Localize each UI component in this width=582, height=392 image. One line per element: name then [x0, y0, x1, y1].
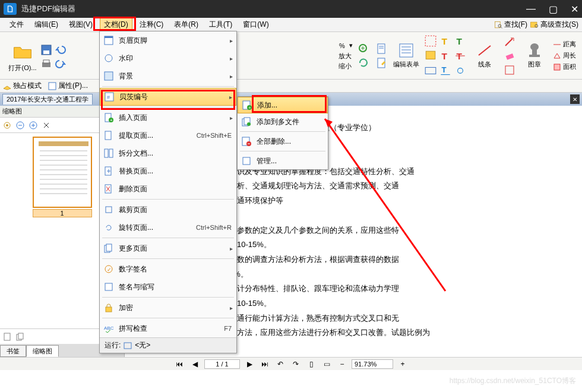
link-icon[interactable] — [454, 64, 467, 77]
menu-bates-number[interactable]: #贝茨编号▸ — [100, 88, 236, 106]
eraser-icon[interactable] — [504, 50, 515, 62]
gear-icon[interactable] — [2, 121, 12, 130]
menu-bar: 文件 编辑(E) 视图(V) 文档(D) 注释(C) 表单(R) 工具(T) 窗… — [0, 18, 582, 32]
zoom-percent-dropdown[interactable]: %▾ — [339, 41, 353, 50]
page-thumbnail[interactable]: 1 — [33, 137, 92, 217]
forward-button[interactable]: ↷ — [290, 358, 302, 370]
menu-replace-page[interactable]: 替换页面... — [100, 162, 236, 180]
distance-tool[interactable]: 距离 — [552, 40, 576, 49]
zoom-in-icon[interactable] — [29, 121, 38, 130]
menu-spellcheck[interactable]: ABC拼写检查F7 — [100, 320, 236, 337]
menu-digital-sign[interactable]: ✓数字签名 — [100, 260, 236, 278]
strike-icon[interactable]: T — [454, 49, 467, 62]
note-icon[interactable] — [424, 49, 437, 62]
svg-rect-85 — [105, 283, 112, 290]
svg-line-2 — [501, 27, 502, 28]
submenu-add-multi[interactable]: 添加到多文件 — [238, 113, 328, 130]
menu-header-footer[interactable]: 页眉页脚▸ — [100, 31, 236, 49]
sidebar-tab-thumbnails[interactable]: 缩略图 — [26, 345, 59, 357]
page-input[interactable] — [204, 359, 240, 369]
svg-rect-80 — [106, 207, 112, 213]
refresh-icon[interactable] — [358, 57, 369, 69]
lines-button[interactable]: 线条 — [470, 42, 499, 69]
last-page-button[interactable]: ⏭ — [259, 358, 271, 370]
svg-rect-61 — [4, 333, 10, 340]
text-select-icon[interactable] — [424, 34, 437, 48]
minimize-button[interactable]: — — [526, 4, 536, 14]
menu-tool[interactable]: 工具(T) — [205, 18, 236, 31]
menu-file[interactable]: 文件 — [6, 18, 27, 31]
red-t-icon[interactable]: T — [439, 49, 452, 62]
menu-encrypt[interactable]: 加密▸ — [100, 299, 236, 317]
sidebar-tab-bookmarks[interactable]: 书签 — [0, 345, 26, 357]
zoom-out-icon[interactable] — [15, 121, 25, 130]
menu-background[interactable]: 背景▸ — [100, 67, 236, 85]
menu-comment[interactable]: 注释(C) — [136, 18, 167, 31]
back-button[interactable]: ↶ — [274, 358, 286, 370]
watermark: https://blog.csdn.net/weixin_51CTO博客 — [450, 376, 576, 386]
menu-window[interactable]: 窗口(W) — [239, 18, 272, 31]
menu-delete-page[interactable]: 删除页面 — [100, 180, 236, 198]
zoom-out-button[interactable]: − — [336, 358, 348, 370]
exclusive-mode[interactable]: 独占模式 — [2, 81, 42, 91]
menu-view[interactable]: 视图(V) — [65, 18, 96, 31]
menu-rotate-page[interactable]: 旋转页面...Ctrl+Shift+R — [100, 219, 236, 236]
submenu-add[interactable]: +添加... — [238, 97, 328, 113]
svg-rect-74 — [105, 149, 108, 157]
text-tool-icon[interactable]: T — [454, 34, 467, 48]
fit-width-button[interactable]: ▭ — [321, 358, 333, 370]
area-tool[interactable]: 面积 — [552, 62, 576, 72]
menu-crop-page[interactable]: 裁剪页面 — [100, 201, 236, 219]
submenu-delete-all[interactable]: 全部删除... — [238, 133, 328, 150]
svg-text:ABC: ABC — [104, 325, 114, 331]
sidebar-page-icon[interactable] — [2, 332, 12, 342]
page-edit-icon[interactable] — [375, 57, 387, 69]
prev-page-button[interactable]: ◀ — [189, 358, 201, 370]
save-icon[interactable] — [40, 44, 52, 56]
arrow-icon[interactable] — [504, 36, 515, 48]
menu-more-pages[interactable]: 更多页面▸ — [100, 239, 236, 257]
menu-edit[interactable]: 编辑(E) — [31, 18, 62, 31]
menu-document[interactable]: 文档(D) — [100, 18, 132, 31]
menu-insert-page[interactable]: +插入页面▸ — [100, 109, 236, 127]
text-t-icon[interactable]: T — [439, 34, 452, 48]
maximize-button[interactable]: ▢ — [549, 4, 558, 15]
properties[interactable]: 属性(P)... — [48, 81, 88, 91]
page-icon[interactable] — [375, 43, 387, 55]
close-button[interactable]: ✕ — [571, 4, 578, 15]
menu-sign-initials[interactable]: 签名与缩写 — [100, 278, 236, 296]
menu-watermark[interactable]: 水印▸ — [100, 49, 236, 67]
close-icon[interactable] — [42, 121, 51, 130]
sidebar-pages-icon[interactable] — [15, 332, 25, 342]
perimeter-tool[interactable]: 周长 — [552, 51, 576, 61]
doc-tab[interactable]: 2017年长安大学-交通工程学 — [2, 94, 93, 105]
svg-rect-82 — [106, 244, 112, 251]
menu-split[interactable]: 拆分文档... — [100, 144, 236, 162]
svg-point-35 — [530, 43, 539, 50]
menu-extract-page[interactable]: 提取页面...Ctrl+Shift+E — [100, 127, 236, 144]
submenu-manage[interactable]: 管理... — [238, 153, 328, 169]
advanced-search-button[interactable]: 高级查找(S) — [530, 20, 578, 30]
fit-page-button[interactable]: ▯ — [305, 358, 317, 370]
first-page-button[interactable]: ⏮ — [173, 358, 185, 370]
shape-icon[interactable] — [504, 64, 515, 76]
redo-icon[interactable] — [55, 58, 67, 70]
stamp-button[interactable]: 图章 — [520, 42, 549, 69]
search-button[interactable]: 查找(F) — [494, 20, 527, 30]
zoom-in-button[interactable]: + — [397, 358, 409, 370]
underline-icon[interactable]: T — [439, 64, 452, 77]
menu-form[interactable]: 表单(R) — [170, 18, 202, 31]
open-button[interactable]: 打开(O)... — [6, 39, 39, 72]
zoom-in-icon[interactable] — [358, 43, 369, 55]
next-page-button[interactable]: ▶ — [243, 358, 255, 370]
close-tab-button[interactable]: ✕ — [570, 94, 580, 104]
svg-rect-98 — [243, 157, 250, 165]
svg-point-42 — [6, 124, 8, 127]
edit-form-button[interactable]: 编辑表单 — [392, 42, 420, 69]
undo-icon[interactable] — [55, 44, 67, 56]
svg-rect-34 — [505, 66, 514, 74]
print-icon[interactable] — [40, 58, 52, 70]
textbox-icon[interactable] — [424, 64, 437, 77]
sub-toolbar: 独占模式 属性(P)... — [0, 80, 582, 93]
zoom-level[interactable] — [352, 359, 393, 369]
